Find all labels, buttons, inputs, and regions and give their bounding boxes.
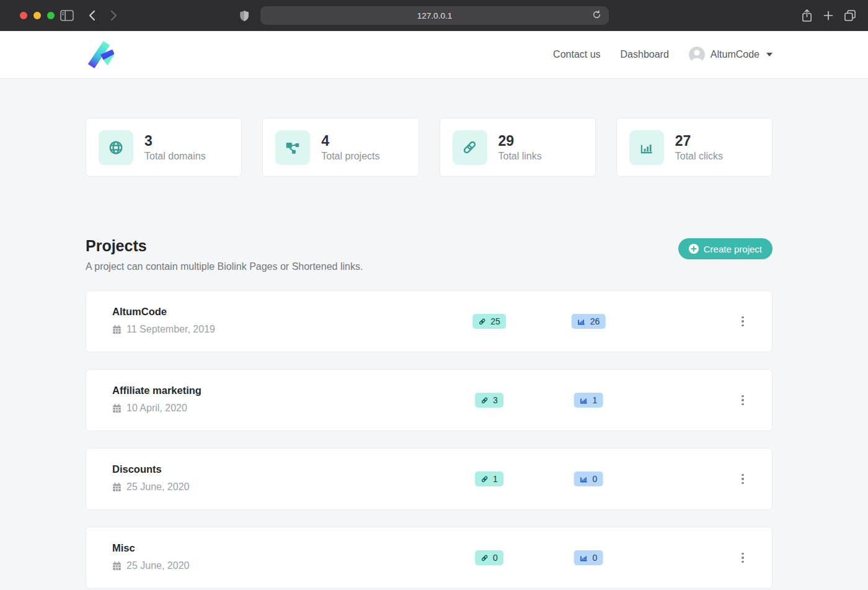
shield-icon — [239, 9, 250, 22]
stat-card-links: 29 Total links — [440, 118, 596, 177]
project-row[interactable]: Discounts 25 June, 2020 1 — [86, 448, 773, 510]
plus-circle-icon — [689, 244, 699, 254]
site-header: Contact us Dashboard AltumCode — [0, 31, 868, 79]
project-list: AltumCode 11 September, 2019 25 — [86, 290, 773, 589]
project-row[interactable]: Misc 25 June, 2020 0 — [86, 527, 773, 589]
project-info: Discounts 25 June, 2020 — [112, 463, 189, 493]
share-button[interactable] — [797, 0, 816, 31]
link-icon — [478, 318, 486, 326]
clicks-count-badge[interactable]: 0 — [574, 472, 603, 486]
bar-chart-icon — [629, 130, 664, 165]
project-date: 10 April, 2020 — [112, 403, 202, 414]
link-icon — [480, 396, 489, 405]
links-count-badge[interactable]: 1 — [475, 472, 503, 486]
privacy-shield-button[interactable] — [237, 0, 252, 31]
bar-chart-icon — [580, 553, 588, 562]
stat-value: 27 — [675, 133, 723, 150]
page-subtitle: A project can contain multiple Biolink P… — [86, 261, 363, 272]
tab-overview-icon — [844, 9, 856, 22]
clicks-count-badge[interactable]: 0 — [574, 550, 603, 565]
calendar-icon — [112, 561, 122, 571]
nav-contact-us[interactable]: Contact us — [553, 49, 600, 60]
row-actions-button[interactable] — [734, 468, 751, 489]
bar-chart-icon — [577, 317, 586, 326]
clicks-count-badge[interactable]: 26 — [572, 314, 606, 329]
clicks-count: 0 — [593, 474, 598, 484]
links-count-badge[interactable]: 3 — [475, 393, 503, 408]
new-tab-icon — [823, 11, 833, 20]
stats-row: 3 Total domains 4 Total projects — [86, 118, 773, 177]
links-count: 1 — [493, 474, 498, 484]
project-row[interactable]: AltumCode 11 September, 2019 25 — [86, 290, 773, 352]
project-date-text: 25 June, 2020 — [126, 481, 189, 493]
stat-value: 4 — [321, 133, 379, 150]
project-date-text: 25 June, 2020 — [126, 560, 189, 571]
project-name[interactable]: AltumCode — [112, 306, 215, 318]
new-tab-button[interactable] — [820, 0, 837, 31]
close-window-button[interactable] — [20, 12, 27, 19]
back-button[interactable] — [84, 0, 99, 31]
chevron-down-icon — [766, 53, 773, 56]
project-info: AltumCode 11 September, 2019 — [112, 306, 215, 335]
calendar-icon — [112, 483, 122, 492]
zoom-window-button[interactable] — [47, 12, 55, 19]
user-menu[interactable]: AltumCode — [689, 47, 773, 63]
calendar-icon — [112, 404, 122, 413]
avatar — [689, 47, 705, 63]
stat-card-projects: 4 Total projects — [262, 118, 418, 177]
tab-overview-button[interactable] — [841, 0, 859, 31]
minimize-window-button[interactable] — [33, 12, 41, 19]
project-date-text: 10 April, 2020 — [126, 403, 187, 414]
forward-button[interactable] — [107, 0, 122, 31]
page-title: Projects — [86, 237, 363, 255]
globe-icon — [99, 130, 133, 165]
stat-card-clicks: 27 Total clicks — [616, 118, 773, 177]
link-icon — [480, 554, 489, 562]
forward-icon — [110, 10, 118, 21]
bar-chart-icon — [580, 475, 588, 483]
project-date-text: 11 September, 2019 — [126, 324, 215, 335]
stat-label: Total domains — [144, 151, 206, 162]
stat-value: 29 — [498, 133, 542, 150]
window-controls[interactable] — [20, 12, 55, 19]
project-date: 25 June, 2020 — [112, 481, 189, 493]
browser-chrome: 127.0.0.1 — [0, 0, 868, 31]
links-count-badge[interactable]: 0 — [475, 550, 503, 565]
link-icon — [453, 130, 487, 165]
row-actions-button[interactable] — [734, 390, 751, 411]
project-name[interactable]: Misc — [112, 542, 189, 554]
links-count: 0 — [493, 553, 498, 563]
address-bar-url[interactable]: 127.0.0.1 — [417, 11, 452, 20]
stat-card-domains: 3 Total domains — [86, 118, 242, 177]
create-project-label: Create project — [704, 244, 762, 254]
reload-icon — [592, 10, 601, 19]
back-icon — [88, 10, 95, 21]
links-count: 25 — [490, 316, 500, 326]
calendar-icon — [112, 325, 122, 334]
altumcode-logo[interactable] — [86, 40, 114, 69]
nav-dashboard[interactable]: Dashboard — [621, 49, 669, 60]
project-name[interactable]: Discounts — [112, 463, 189, 475]
clicks-count-badge[interactable]: 1 — [574, 393, 603, 408]
project-date: 25 June, 2020 — [112, 560, 189, 571]
clicks-count: 26 — [590, 316, 600, 326]
create-project-button[interactable]: Create project — [678, 238, 773, 259]
sidebar-icon — [60, 10, 74, 21]
stat-label: Total clicks — [675, 151, 723, 162]
user-menu-label: AltumCode — [711, 49, 760, 60]
stat-label: Total links — [498, 151, 542, 162]
project-info: Misc 25 June, 2020 — [112, 542, 189, 571]
clicks-count: 1 — [593, 395, 598, 405]
stat-label: Total projects — [321, 151, 379, 162]
address-bar[interactable]: 127.0.0.1 — [260, 6, 609, 25]
project-name[interactable]: Affiliate marketing — [112, 385, 202, 396]
projects-section-head: Projects A project can contain multiple … — [86, 237, 773, 272]
main-content: 3 Total domains 4 Total projects — [86, 118, 773, 589]
main-nav: Contact us Dashboard AltumCode — [553, 47, 773, 63]
links-count-badge[interactable]: 25 — [472, 314, 506, 329]
sidebar-toggle-button[interactable] — [58, 0, 76, 31]
row-actions-button[interactable] — [734, 547, 751, 568]
row-actions-button[interactable] — [734, 311, 751, 332]
project-row[interactable]: Affiliate marketing 10 April, 2020 3 — [86, 369, 773, 431]
reload-button[interactable] — [589, 8, 604, 23]
